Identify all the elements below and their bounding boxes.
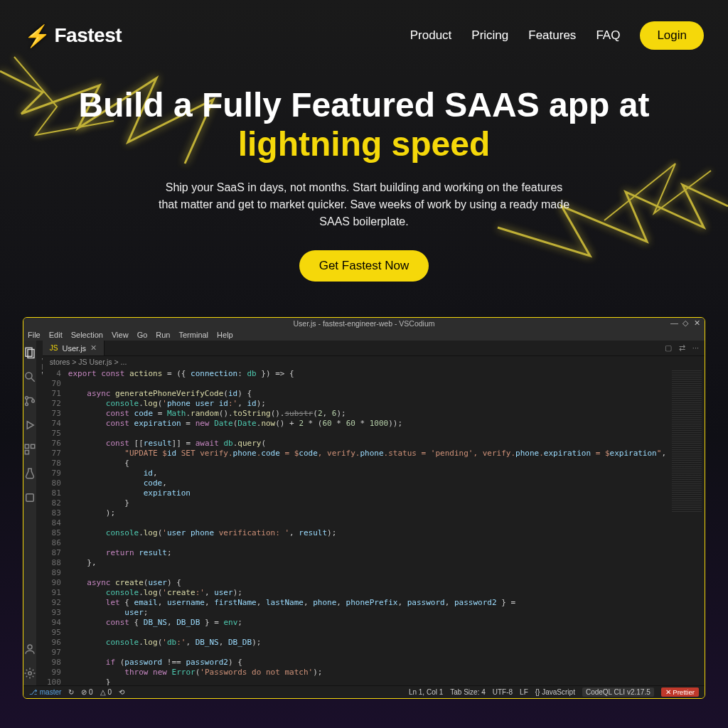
site-header: ⚡ Fastest Product Pricing Features FAQ L… (0, 0, 728, 71)
svg-rect-11 (26, 494, 34, 502)
bolt-icon: ⚡ (24, 23, 50, 48)
menu-terminal[interactable]: Terminal (179, 331, 209, 339)
nav-features[interactable]: Features (528, 28, 576, 43)
editor-menubar: File Edit Selection View Go Run Terminal… (23, 329, 705, 341)
nav-product[interactable]: Product (410, 28, 452, 43)
menu-file[interactable]: File (28, 331, 41, 339)
minimap[interactable] (669, 368, 705, 685)
code-area[interactable]: 4707172737475767778798081828384858687888… (43, 368, 705, 685)
cta-button[interactable]: Get Fastest Now (299, 250, 429, 282)
menu-help[interactable]: Help (217, 331, 233, 339)
svg-point-13 (28, 672, 32, 675)
editor-tabs: JS User.js ✕ ▢ ⇄ ··· (43, 341, 705, 356)
brand-logo[interactable]: ⚡ Fastest (24, 23, 122, 48)
top-nav: Product Pricing Features FAQ Login (410, 21, 704, 50)
extensions-icon[interactable] (23, 443, 36, 456)
prettier-badge[interactable]: ✕ Prettier (661, 687, 699, 697)
svg-point-4 (26, 397, 28, 400)
hero-subtitle: Ship your SaaS in days, not months. Star… (158, 179, 570, 230)
nav-pricing[interactable]: Pricing (471, 28, 508, 43)
language[interactable]: {} JavaScript (535, 688, 575, 696)
svg-point-2 (26, 373, 32, 379)
status-warnings[interactable]: △ 0 (100, 688, 112, 696)
maximize-icon[interactable]: ◇ (682, 319, 689, 326)
hero-section: Build a Fully Featured SAAS app at light… (0, 71, 728, 303)
tab-userjs[interactable]: JS User.js ✕ (43, 341, 105, 355)
svg-rect-8 (25, 445, 28, 449)
status-bar: ⎇ master ↻ ⊘ 0 △ 0 ⟲ Ln 1, Col 1 Tab Siz… (23, 685, 705, 698)
minimize-icon[interactable]: — (670, 319, 678, 326)
tab-size[interactable]: Tab Size: 4 (450, 688, 485, 696)
split-left-icon[interactable]: ▢ (665, 343, 672, 353)
status-remote[interactable]: ⟲ (119, 688, 124, 696)
svg-point-6 (32, 400, 35, 403)
menu-edit[interactable]: Edit (49, 331, 63, 339)
search-icon[interactable] (23, 370, 36, 383)
explorer-sidebar: EXPLORER ··· v FASTEST-ENGINEER-WEB 🗎 🗀 … (36, 341, 43, 685)
tab-close-icon[interactable]: ✕ (90, 343, 97, 353)
hero-title-line1: Build a Fully Featured SAAS app at (79, 86, 650, 124)
test-icon[interactable] (23, 467, 36, 480)
tab-label: User.js (62, 344, 86, 353)
svg-rect-10 (25, 451, 28, 454)
login-button[interactable]: Login (640, 21, 704, 50)
sync-icon[interactable]: ↻ (68, 688, 74, 696)
breadcrumb[interactable]: stores > JS User.js > ... (43, 356, 705, 368)
activity-bar (23, 341, 36, 685)
source-control-icon[interactable] (23, 395, 36, 407)
svg-marker-7 (27, 422, 33, 429)
menu-selection[interactable]: Selection (71, 331, 103, 339)
explorer-icon[interactable] (23, 346, 36, 359)
more-icon[interactable]: ··· (692, 343, 699, 353)
close-icon[interactable]: ✕ (693, 319, 700, 326)
svg-rect-9 (31, 445, 35, 449)
file-tree: v routes >google>l>links>login>payment>r… (36, 380, 43, 685)
window-titlebar: User.js - fastest-engineer-web - VSCodiu… (23, 318, 705, 329)
menu-view[interactable]: View (112, 331, 129, 339)
menu-run[interactable]: Run (156, 331, 170, 339)
codeql-badge[interactable]: CodeQL CLI v2.17.5 (582, 687, 654, 697)
encoding[interactable]: UTF-8 (493, 688, 513, 696)
nav-faq[interactable]: FAQ (596, 28, 620, 43)
editor-main: JS User.js ✕ ▢ ⇄ ··· stores > JS User.js… (43, 341, 705, 685)
line-gutter: 4707172737475767778798081828384858687888… (43, 368, 65, 685)
database-icon[interactable] (23, 491, 36, 504)
code-editor: User.js - fastest-engineer-web - VSCodiu… (23, 317, 705, 699)
git-branch[interactable]: ⎇ master (29, 688, 61, 696)
svg-point-12 (28, 645, 32, 649)
js-file-icon: JS (50, 344, 58, 352)
split-right-icon[interactable]: ⇄ (679, 343, 685, 353)
cursor-position[interactable]: Ln 1, Col 1 (409, 688, 443, 696)
brand-name: Fastest (55, 24, 122, 47)
account-icon[interactable] (23, 643, 36, 655)
hero-title: Build a Fully Featured SAAS app at light… (28, 85, 700, 164)
code-lines[interactable]: export const actions = ({ connection: db… (65, 368, 669, 685)
debug-icon[interactable] (23, 419, 36, 432)
svg-line-3 (31, 379, 35, 382)
status-errors[interactable]: ⊘ 0 (81, 688, 92, 696)
window-title: User.js - fastest-engineer-web - VSCodiu… (294, 319, 435, 328)
svg-point-5 (26, 403, 28, 406)
eol[interactable]: LF (520, 688, 528, 696)
hero-title-accent: lightning speed (238, 125, 491, 163)
menu-go[interactable]: Go (137, 331, 148, 339)
gear-icon[interactable] (23, 667, 36, 680)
